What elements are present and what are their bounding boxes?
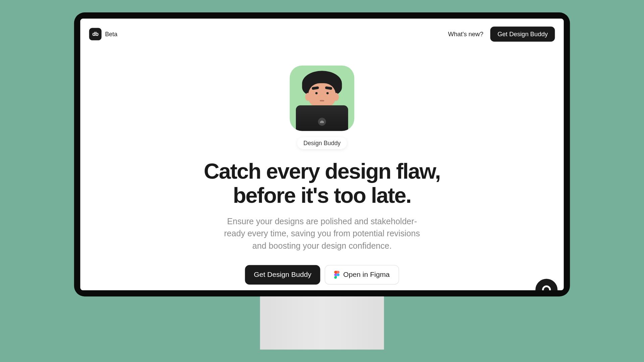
header-right: What's new? Get Design Buddy bbox=[448, 26, 555, 42]
logo-text: db bbox=[92, 31, 98, 37]
svg-point-0 bbox=[337, 274, 339, 276]
hero-subtitle: Ensure your designs are polished and sta… bbox=[220, 216, 424, 252]
header-left: db Beta bbox=[89, 28, 117, 40]
monitor-frame: db Beta What's new? Get Design Buddy bbox=[74, 12, 570, 296]
get-design-buddy-button[interactable]: Get Design Buddy bbox=[245, 265, 320, 285]
figma-icon bbox=[334, 271, 340, 279]
header: db Beta What's new? Get Design Buddy bbox=[80, 19, 564, 50]
header-cta-button[interactable]: Get Design Buddy bbox=[490, 26, 555, 42]
hero-title-line1: Catch every design flaw, bbox=[204, 159, 440, 183]
hero-button-group: Get Design Buddy Open in Figma bbox=[245, 265, 399, 285]
beta-badge: Beta bbox=[105, 31, 117, 38]
hero-title: Catch every design flaw, before it's too… bbox=[204, 160, 440, 207]
screen-content: db Beta What's new? Get Design Buddy bbox=[80, 19, 564, 290]
hero-section: db Design Buddy Catch every design flaw,… bbox=[80, 50, 564, 285]
laptop-logo-icon: db bbox=[318, 118, 326, 126]
open-in-figma-button[interactable]: Open in Figma bbox=[325, 265, 399, 285]
logo-icon[interactable]: db bbox=[89, 28, 102, 40]
hero-title-line2: before it's too late. bbox=[233, 183, 411, 207]
product-name-badge: Design Buddy bbox=[297, 137, 347, 149]
figma-button-label: Open in Figma bbox=[343, 271, 390, 279]
whats-new-link[interactable]: What's new? bbox=[448, 31, 483, 38]
hero-illustration: db bbox=[290, 65, 355, 131]
monitor-stand bbox=[260, 297, 384, 350]
laptop-icon: db bbox=[296, 105, 348, 131]
chat-icon bbox=[542, 286, 551, 291]
